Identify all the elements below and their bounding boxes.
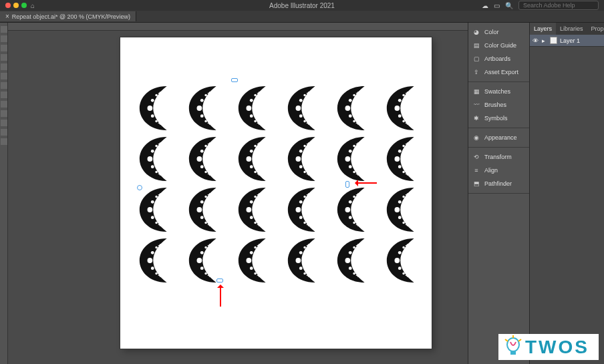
moon-shape[interactable] <box>283 83 330 134</box>
moon-shape[interactable] <box>283 184 330 235</box>
artboards-panel-button[interactable]: ▢Artboards <box>472 52 525 65</box>
svg-point-5 <box>196 106 202 111</box>
repeat-top-handle[interactable] <box>231 78 238 82</box>
svg-point-99 <box>204 272 206 275</box>
moon-shape[interactable] <box>333 83 380 134</box>
moon-shape[interactable] <box>382 83 429 134</box>
repeat-right-handle[interactable] <box>345 181 349 188</box>
search-input[interactable] <box>518 1 599 10</box>
arrange-icon[interactable]: ▭ <box>494 2 500 9</box>
asset-export-panel-button[interactable]: ⇪Asset Export <box>472 65 525 79</box>
svg-point-41 <box>250 150 253 153</box>
moon-shape[interactable] <box>184 83 231 134</box>
layer-name[interactable]: Layer 1 <box>560 37 580 44</box>
svg-point-7 <box>200 114 204 118</box>
moon-shape[interactable] <box>283 235 330 286</box>
svg-point-51 <box>349 150 352 153</box>
moon-shape[interactable] <box>382 235 429 286</box>
tab-properties[interactable]: Properties <box>587 23 604 35</box>
rotate-tool[interactable] <box>1 92 7 98</box>
moon-shape[interactable] <box>234 83 281 134</box>
close-window-icon[interactable] <box>5 3 11 8</box>
transform-panel-button[interactable]: ⟲Transform <box>472 150 525 164</box>
svg-point-49 <box>303 171 305 173</box>
color-guide-panel-button[interactable]: ▤Color Guide <box>472 39 525 52</box>
symbols-panel-button[interactable]: ✱Symbols <box>472 112 525 125</box>
moon-shape[interactable] <box>234 184 281 235</box>
moon-shape[interactable] <box>135 134 182 184</box>
moon-shape[interactable] <box>184 134 231 184</box>
moon-shape[interactable] <box>382 184 429 235</box>
svg-point-10 <box>246 106 251 111</box>
appearance-panel-button[interactable]: ◉Appearance <box>472 131 525 144</box>
svg-point-40 <box>246 156 251 162</box>
moon-shape[interactable] <box>184 235 231 286</box>
appearance-icon: ◉ <box>472 134 480 142</box>
gradient-tool[interactable] <box>1 120 7 126</box>
pen-tool[interactable] <box>1 45 7 51</box>
moon-shape[interactable] <box>382 134 429 184</box>
panel-label: Pathfinder <box>484 180 512 187</box>
moon-shape[interactable] <box>333 184 380 235</box>
brushes-panel-button[interactable]: 〰Brushes <box>472 98 525 112</box>
moon-shape[interactable] <box>333 235 380 286</box>
brush-tool[interactable] <box>1 82 7 89</box>
transform-icon: ⟲ <box>472 153 480 161</box>
svg-point-102 <box>250 266 253 270</box>
svg-point-113 <box>353 246 355 248</box>
svg-point-115 <box>394 258 400 263</box>
moon-shape[interactable] <box>184 184 231 235</box>
document-tab[interactable]: × Repeat object.ai* @ 200 % (CMYK/Previe… <box>0 11 136 21</box>
tab-libraries[interactable]: Libraries <box>556 23 587 35</box>
moon-shape[interactable] <box>234 134 281 184</box>
tools-panel <box>0 23 8 364</box>
svg-point-39 <box>204 171 206 173</box>
panel-tabs: Layers Libraries Properties ≡ <box>530 23 604 35</box>
svg-point-61 <box>151 200 154 204</box>
layers-panel: Layers Libraries Properties ≡ 👁 ▸ Layer … <box>529 23 604 364</box>
line-tool[interactable] <box>1 63 7 70</box>
type-tool[interactable] <box>1 54 7 61</box>
svg-point-116 <box>398 251 402 254</box>
eyedropper-tool[interactable] <box>1 129 7 136</box>
direct-selection-tool[interactable] <box>1 35 7 42</box>
search-icon[interactable]: 🔍 <box>505 2 513 9</box>
svg-point-67 <box>200 216 204 219</box>
svg-point-58 <box>402 145 404 147</box>
rectangle-tool[interactable] <box>1 73 7 79</box>
moon-shape[interactable] <box>135 83 182 134</box>
zoom-window-icon[interactable] <box>21 3 27 8</box>
color-panel-button[interactable]: ◕Color <box>472 25 525 39</box>
panel-label: Asset Export <box>484 69 518 75</box>
moon-shape[interactable] <box>234 235 281 286</box>
pathfinder-panel-button[interactable]: ⬒Pathfinder <box>472 177 525 190</box>
moon-shape[interactable] <box>135 184 182 235</box>
zoom-tool[interactable] <box>1 138 7 145</box>
minimize-window-icon[interactable] <box>13 3 19 8</box>
swatches-panel-button[interactable]: ▦Swatches <box>472 85 525 98</box>
svg-point-27 <box>398 114 402 118</box>
grid-row <box>135 235 429 286</box>
repeat-origin-handle[interactable] <box>137 185 142 190</box>
scale-tool[interactable] <box>1 101 7 108</box>
home-icon[interactable]: ⌂ <box>31 2 35 9</box>
canvas-area[interactable] <box>8 23 468 364</box>
moon-shape[interactable] <box>283 134 330 184</box>
svg-point-68 <box>204 196 206 198</box>
tab-layers[interactable]: Layers <box>530 23 556 35</box>
cloud-icon[interactable]: ☁ <box>482 2 488 9</box>
selection-tool[interactable] <box>1 26 7 33</box>
eraser-tool[interactable] <box>1 110 7 117</box>
svg-point-84 <box>353 222 355 224</box>
moon-shape[interactable] <box>333 134 380 184</box>
visibility-icon[interactable]: 👁 <box>533 37 539 44</box>
close-tab-icon[interactable]: × <box>5 13 9 20</box>
svg-point-38 <box>204 145 206 147</box>
twirl-icon[interactable]: ▸ <box>542 37 547 44</box>
layer-row[interactable]: 👁 ▸ Layer 1 <box>530 35 604 47</box>
svg-point-34 <box>155 171 157 173</box>
repeat-grid-object[interactable] <box>135 83 429 286</box>
align-panel-button[interactable]: ≡Align <box>472 164 525 177</box>
moon-shape[interactable] <box>135 235 182 286</box>
window-controls[interactable] <box>5 3 27 8</box>
